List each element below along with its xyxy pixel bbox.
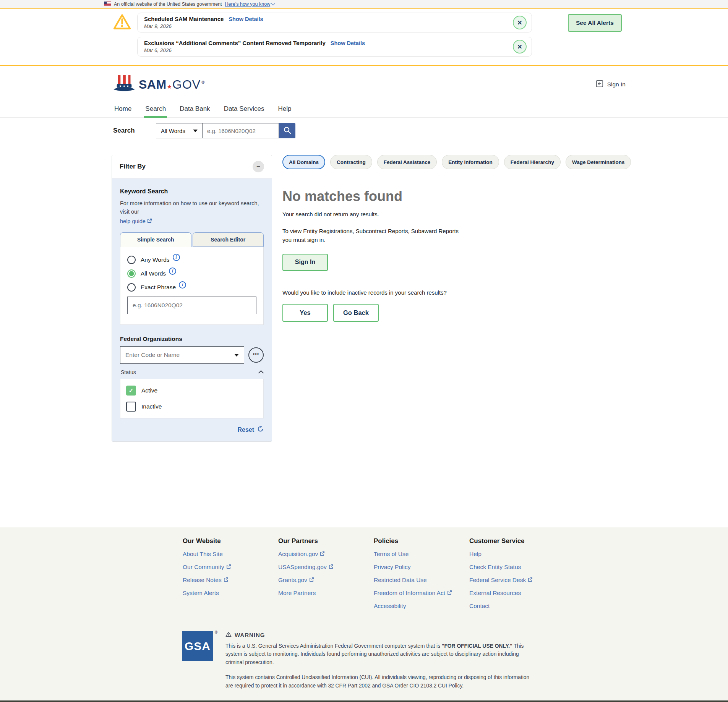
warning-icon (225, 631, 232, 638)
gsa-warning-section: GSA ® WARNING This is a U.S. General Ser… (0, 610, 728, 690)
keyword-input[interactable] (127, 297, 256, 314)
alerts-section: Scheduled SAM Maintenance Show Details M… (0, 9, 728, 66)
checkbox-active[interactable]: ✓ (126, 386, 136, 396)
search-icon (283, 126, 292, 136)
domain-tab-federal-hierarchy[interactable]: Federal Hierarchy (504, 155, 561, 169)
footer-link[interactable]: Check Entity Status (469, 563, 565, 571)
alert-date: Mar 6, 2026 (144, 47, 509, 53)
footer-link[interactable]: External Resources (469, 589, 565, 597)
more-options-button[interactable]: ••• (248, 347, 264, 363)
how-you-know-link[interactable]: Here’s how you know (225, 2, 275, 7)
minus-icon: − (256, 163, 260, 170)
yes-button[interactable]: Yes (282, 304, 328, 322)
external-link-icon (447, 589, 452, 597)
tab-search-editor[interactable]: Search Editor (193, 232, 264, 247)
alert-title: Exclusions “Additional Comments” Content… (144, 40, 326, 46)
checkbox-row-inactive: Inactive (126, 402, 258, 412)
domain-tab-federal-assistance[interactable]: Federal Assistance (377, 155, 437, 169)
close-alert-button[interactable]: ✕ (513, 16, 527, 29)
checkbox-inactive[interactable] (126, 402, 136, 412)
footer-link[interactable]: Privacy Policy (374, 563, 469, 571)
alert-row: Scheduled SAM Maintenance Show Details M… (113, 13, 532, 32)
domain-tab-contracting[interactable]: Contracting (330, 155, 372, 169)
main-nav: Home Search Data Bank Data Services Help (0, 101, 728, 118)
footer-link[interactable]: Accessibility (374, 602, 469, 610)
svg-text:★: ★ (123, 84, 125, 88)
external-link-icon (224, 576, 229, 584)
external-link-icon (320, 550, 325, 558)
close-alert-button[interactable]: ✕ (513, 40, 527, 54)
status-header: Status (120, 369, 264, 375)
footer-link[interactable]: Release Notes (183, 576, 278, 584)
filter-panel: Filter By − Keyword Search For more info… (112, 155, 272, 442)
federal-organizations-combobox[interactable]: Enter Code or Name (120, 346, 244, 364)
nav-item-help[interactable]: Help (277, 101, 292, 118)
info-icon[interactable]: i (179, 281, 186, 289)
footer-link[interactable]: Help (469, 550, 565, 558)
footer-link[interactable]: Grants.gov (278, 576, 374, 584)
go-back-button[interactable]: Go Back (333, 304, 379, 322)
see-all-alerts-button[interactable]: See All Alerts (568, 14, 622, 32)
search-button[interactable] (279, 123, 295, 138)
nav-item-data-services[interactable]: Data Services (223, 101, 266, 118)
gsa-logo: GSA ® (182, 631, 213, 690)
sign-in-link[interactable]: Sign In (595, 79, 626, 89)
sam-gov-logo[interactable]: ★ ★ ★ SAM★GOV® (113, 75, 204, 94)
reset-filters-link[interactable]: Reset (120, 426, 264, 434)
footer-column-policies: Policies Terms of Use Privacy Policy Res… (374, 537, 469, 610)
radio-exact-phrase[interactable] (127, 283, 136, 292)
footer-link[interactable]: Terms of Use (374, 550, 469, 558)
footer-column-our-website: Our Website About This Site Our Communit… (183, 537, 278, 610)
results-area: All Domains Contracting Federal Assistan… (282, 155, 626, 322)
chevron-up-icon[interactable] (258, 370, 264, 376)
nav-item-home[interactable]: Home (113, 101, 133, 118)
info-icon[interactable]: i (173, 254, 180, 261)
radio-all-words[interactable] (127, 269, 136, 278)
footer-column-our-partners: Our Partners Acquisition.gov USASpending… (278, 537, 374, 610)
footer-link[interactable]: Restricted Data Use (374, 576, 469, 584)
us-flag-icon (104, 1, 111, 8)
warning-paragraph-1: This is a U.S. General Services Administ… (225, 642, 537, 666)
info-icon[interactable]: i (169, 268, 176, 275)
search-input[interactable] (203, 123, 279, 138)
footer: Our Website About This Site Our Communit… (0, 527, 728, 702)
footer-link[interactable]: System Alerts (183, 589, 278, 597)
search-label: Search (113, 127, 156, 135)
status-options: ✓ Active Inactive (120, 379, 264, 418)
keyword-search-title: Keyword Search (120, 188, 264, 195)
radio-row-exact-phrase: Exact Phrase i (127, 283, 256, 292)
show-details-link[interactable]: Show Details (331, 40, 365, 46)
domain-tab-wage-determinations[interactable]: Wage Determinations (566, 155, 631, 169)
external-link-icon (309, 576, 314, 584)
domain-tab-all-domains[interactable]: All Domains (282, 155, 325, 169)
footer-link[interactable]: Freedom of Information Act (374, 589, 469, 597)
nav-item-search[interactable]: Search (144, 101, 167, 118)
alert-card: Exclusions “Additional Comments” Content… (137, 37, 532, 57)
tab-simple-search[interactable]: Simple Search (120, 232, 191, 247)
radio-any-words[interactable] (127, 256, 136, 264)
footer-link[interactable]: More Partners (278, 589, 374, 597)
external-link-icon (147, 217, 152, 226)
help-guide-link[interactable]: help guide (120, 217, 152, 226)
checkbox-row-active: ✓ Active (126, 386, 258, 396)
sign-in-icon (595, 79, 604, 89)
footer-link[interactable]: About This Site (183, 550, 278, 558)
show-details-link[interactable]: Show Details (229, 16, 263, 22)
footer-link[interactable]: Acquisition.gov (278, 550, 374, 558)
nav-item-data-bank[interactable]: Data Bank (178, 101, 211, 118)
domain-tab-entity-information[interactable]: Entity Information (442, 155, 499, 169)
footer-link[interactable]: USASpending.gov (278, 563, 374, 571)
alert-title: Scheduled SAM Maintenance (144, 16, 224, 22)
collapse-filters-button[interactable]: − (253, 161, 264, 172)
warning-block: WARNING This is a U.S. General Services … (225, 631, 537, 690)
domain-tabs: All Domains Contracting Federal Assistan… (282, 155, 626, 169)
footer-link[interactable]: Our Community (183, 563, 278, 571)
footer-link[interactable]: Contact (469, 602, 565, 610)
keyword-tabs: Simple Search Search Editor (120, 232, 264, 247)
close-icon: ✕ (517, 43, 522, 50)
search-mode-select[interactable]: All Words (156, 123, 203, 138)
footer-link[interactable]: Federal Service Desk (469, 576, 565, 584)
sign-in-button[interactable]: Sign In (282, 254, 328, 271)
check-icon: ✓ (129, 387, 134, 394)
page: An official website of the United States… (0, 0, 728, 702)
